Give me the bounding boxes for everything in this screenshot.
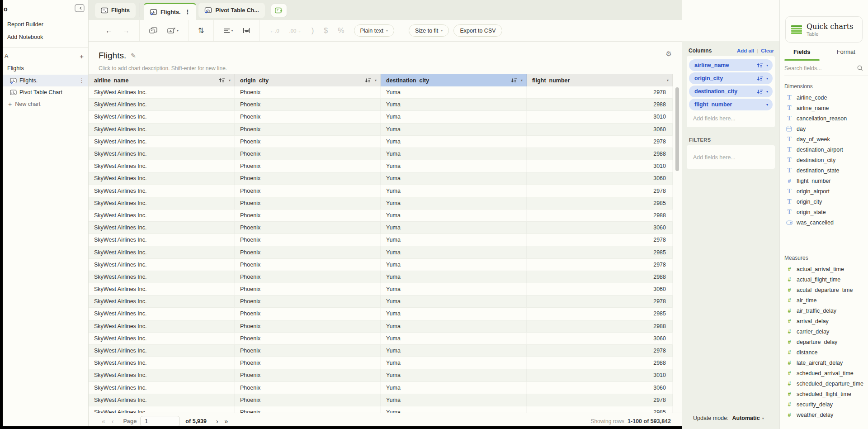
table-row[interactable]: SkyWest Airlines Inc.PhoenixYuma2985: [89, 197, 673, 210]
dimension-airline_name[interactable]: Tairline_name: [780, 103, 868, 113]
add-fields-dropzone[interactable]: Add fields here...: [689, 112, 773, 125]
dimension-day[interactable]: day: [780, 124, 868, 134]
chart-title[interactable]: Flights.: [99, 51, 126, 61]
sidebar-chart-flights[interactable]: Flights. ⋮: [3, 75, 88, 86]
caret-down-icon[interactable]: ▾: [766, 76, 768, 81]
format-type-dropdown[interactable]: Plain text ▾: [354, 24, 394, 37]
table-row[interactable]: SkyWest Airlines Inc.PhoenixYuma2978: [89, 394, 673, 406]
gear-icon[interactable]: ⚙: [666, 50, 672, 58]
column-sort-controls[interactable]: ▾: [511, 78, 523, 83]
dimension-origin_airport[interactable]: Torigin_airport: [780, 186, 868, 196]
measure-air_time[interactable]: #air_time: [780, 295, 868, 305]
table-row[interactable]: SkyWest Airlines Inc.PhoenixYuma2978: [89, 296, 673, 308]
scrollbar-thumb[interactable]: [675, 87, 679, 171]
table-row[interactable]: SkyWest Airlines Inc.PhoenixYuma2985: [89, 406, 673, 413]
column-header-flight_number[interactable]: flight_number▾: [527, 74, 673, 86]
table-row[interactable]: SkyWest Airlines Inc.PhoenixYuma2978: [89, 136, 673, 148]
table-row[interactable]: SkyWest Airlines Inc.PhoenixYuma2988: [89, 210, 673, 222]
dimension-destination_state[interactable]: Tdestination_state: [780, 165, 868, 176]
table-row[interactable]: SkyWest Airlines Inc.PhoenixYuma3060: [89, 283, 673, 296]
table-row[interactable]: SkyWest Airlines Inc.PhoenixYuma3060: [89, 172, 673, 185]
tab-format[interactable]: Format: [824, 43, 868, 61]
collapse-sidebar-button[interactable]: [75, 4, 85, 14]
table-row[interactable]: SkyWest Airlines Inc.PhoenixYuma3060: [89, 222, 673, 234]
measure-scheduled_flight_time[interactable]: #scheduled_flight_time: [780, 389, 868, 399]
table-row[interactable]: SkyWest Airlines Inc.PhoenixYuma2985: [89, 308, 673, 320]
caret-down-icon[interactable]: ▾: [229, 78, 231, 82]
measure-late_aircraft_delay[interactable]: #late_aircraft_delay: [780, 358, 868, 368]
caret-down-icon[interactable]: ▾: [375, 78, 377, 82]
tab-kebab-icon[interactable]: ⋮: [184, 9, 190, 15]
caret-down-icon[interactable]: ▾: [766, 103, 768, 107]
size-to-fit-dropdown[interactable]: Size to fit ▾: [409, 24, 449, 37]
dimension-cancellation_reason[interactable]: Tcancellation_reason: [780, 113, 868, 124]
add-icon[interactable]: +: [80, 52, 84, 60]
dimension-origin_city[interactable]: Torigin_city: [780, 196, 868, 207]
table-row[interactable]: SkyWest Airlines Inc.PhoenixYuma2978: [89, 86, 673, 99]
tab-pivot-table-chart[interactable]: Pivot Table Ch...: [198, 3, 264, 18]
sidebar-item-report-builder[interactable]: Report Builder: [3, 18, 88, 31]
table-row[interactable]: SkyWest Airlines Inc.PhoenixYuma2978: [89, 185, 673, 197]
last-page-button[interactable]: »: [225, 418, 228, 425]
wrap-text-button[interactable]: [243, 28, 250, 33]
remove-chart-button[interactable]: ▾: [167, 27, 179, 34]
measure-security_delay[interactable]: #security_delay: [780, 399, 868, 410]
column-sort-controls[interactable]: ▾: [365, 78, 377, 83]
export-csv-button[interactable]: Export to CSV: [453, 24, 502, 37]
table-scrollbar[interactable]: [675, 86, 679, 413]
measure-scheduled_departure_time[interactable]: #scheduled_departure_time: [780, 378, 868, 389]
tab-flights-chart[interactable]: Flights. ⋮: [144, 3, 196, 20]
caret-down-icon[interactable]: ▾: [766, 63, 768, 67]
column-header-origin_city[interactable]: origin_city▾: [235, 74, 381, 86]
measure-actual_arrival_time[interactable]: #actual_arrival_time: [780, 264, 868, 274]
column-sort-controls[interactable]: ▾: [219, 78, 231, 83]
caret-down-icon[interactable]: ▾: [667, 78, 669, 82]
table-row[interactable]: SkyWest Airlines Inc.PhoenixYuma3060: [89, 382, 673, 394]
next-page-button[interactable]: ›: [216, 418, 218, 425]
kebab-menu-icon[interactable]: ⋮: [79, 77, 85, 84]
dimension-airline_code[interactable]: Tairline_code: [780, 92, 868, 103]
sidebar-item-dataset-flights[interactable]: Flights: [3, 62, 88, 75]
text-align-button[interactable]: ▾: [223, 28, 233, 33]
measure-distance[interactable]: #distance: [780, 347, 868, 358]
column-header-airline_name[interactable]: airline_name▾: [89, 74, 235, 86]
table-row[interactable]: SkyWest Airlines Inc.PhoenixYuma2985: [89, 246, 673, 258]
table-row[interactable]: SkyWest Airlines Inc.PhoenixYuma3010: [89, 160, 673, 172]
table-row[interactable]: SkyWest Airlines Inc.PhoenixYuma2978: [89, 234, 673, 246]
caret-down-icon[interactable]: ▾: [766, 90, 768, 94]
table-row[interactable]: SkyWest Airlines Inc.PhoenixYuma3010: [89, 111, 673, 123]
table-row[interactable]: SkyWest Airlines Inc.PhoenixYuma3060: [89, 333, 673, 345]
search-fields-input[interactable]: [784, 65, 857, 72]
measure-schedued_arrival_time[interactable]: #schedued_arrival_time: [780, 368, 868, 378]
column-pill-flight_number[interactable]: flight_number▾: [689, 99, 773, 110]
measure-actual_flight_time[interactable]: #actual_flight_time: [780, 274, 868, 285]
sort-rows-button[interactable]: ⇅: [198, 26, 204, 35]
new-chart-button[interactable]: + New chart: [3, 98, 88, 110]
column-pill-airline_name[interactable]: airline_name▾: [689, 59, 773, 71]
column-sort-controls[interactable]: ▾: [667, 78, 669, 82]
chart-description-placeholder[interactable]: Click to add chart description. Shift-en…: [99, 62, 682, 74]
column-pill-destination_city[interactable]: destination_city▾: [689, 86, 773, 97]
tab-fields[interactable]: Fields: [780, 43, 824, 61]
table-row[interactable]: SkyWest Airlines Inc.PhoenixYuma3010: [89, 369, 673, 381]
caret-down-icon[interactable]: ▾: [521, 78, 523, 82]
column-pill-origin_city[interactable]: origin_city▾: [689, 72, 773, 84]
edit-title-icon[interactable]: ✎: [131, 52, 136, 59]
page-number-input[interactable]: [140, 416, 180, 427]
dimension-flight_number[interactable]: #flight_number: [780, 176, 868, 186]
dimension-destination_city[interactable]: Tdestination_city: [780, 155, 868, 165]
dimension-day_of_week[interactable]: Tday_of_week: [780, 134, 868, 144]
sidebar-chart-pivot-table[interactable]: Pivot Table Chart: [3, 86, 88, 98]
tab-flights-dataset[interactable]: Flights: [95, 3, 136, 18]
table-row[interactable]: SkyWest Airlines Inc.PhoenixYuma2978: [89, 345, 673, 357]
dimension-destination_airport[interactable]: Tdestination_airport: [780, 144, 868, 155]
table-row[interactable]: SkyWest Airlines Inc.PhoenixYuma3060: [89, 124, 673, 136]
table-row[interactable]: SkyWest Airlines Inc.PhoenixYuma2988: [89, 320, 673, 333]
undo-back-button[interactable]: ←: [105, 27, 113, 35]
dimension-origin_state[interactable]: Torigin_state: [780, 207, 868, 217]
column-header-destination_city[interactable]: destination_city▾: [381, 74, 527, 86]
table-row[interactable]: SkyWest Airlines Inc.PhoenixYuma2978: [89, 259, 673, 271]
filters-dropzone[interactable]: Add fields here...: [689, 151, 773, 164]
dimension-was_cancelled[interactable]: was_cancelled: [780, 217, 868, 228]
table-row[interactable]: SkyWest Airlines Inc.PhoenixYuma2988: [89, 271, 673, 283]
